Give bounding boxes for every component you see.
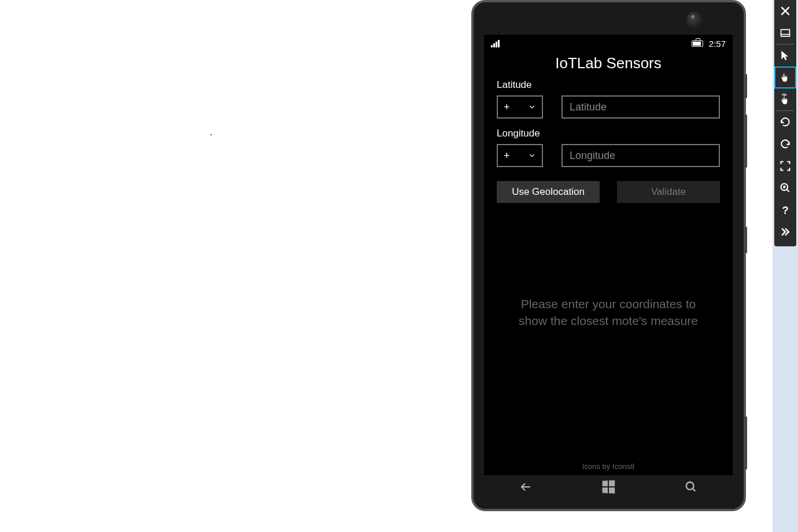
signal-icon <box>491 39 500 47</box>
phone-nav-bar <box>484 471 733 503</box>
help-icon: ? <box>779 204 791 216</box>
phone-camera <box>686 12 703 28</box>
chevron-down-icon <box>528 103 536 111</box>
svg-rect-5 <box>781 29 790 36</box>
rotate-ccw-icon <box>779 116 791 128</box>
minimize-icon <box>779 27 791 39</box>
hand-tap-icon <box>779 94 791 105</box>
phone-frame: 2:57 IoTLab Sensors Latitude + Longitude… <box>471 0 746 511</box>
zoom-button[interactable] <box>774 177 796 199</box>
phone-screen: 2:57 IoTLab Sensors Latitude + Longitude… <box>484 35 733 475</box>
longitude-sign-value: + <box>504 150 510 162</box>
longitude-label: Longitude <box>497 128 720 139</box>
app-title: IoTLab Sensors <box>484 54 733 72</box>
hint-text: Please enter your coordinates to show th… <box>497 295 720 330</box>
fit-screen-button[interactable] <box>774 155 796 177</box>
longitude-input[interactable] <box>561 144 720 167</box>
hw-button <box>744 74 747 98</box>
back-icon <box>519 480 533 494</box>
minimize-button[interactable] <box>774 22 796 44</box>
stray-dot <box>210 134 212 135</box>
rotate-left-button[interactable] <box>774 111 796 133</box>
svg-point-7 <box>784 95 785 97</box>
latitude-sign-value: + <box>504 101 510 113</box>
multi-touch-button[interactable] <box>774 88 796 110</box>
search-icon <box>685 481 697 493</box>
rotate-cw-icon <box>779 138 791 150</box>
form-area: Latitude + Longitude + Use Geolocation <box>484 72 733 330</box>
back-button[interactable] <box>518 479 534 495</box>
hw-button <box>744 227 747 253</box>
status-bar: 2:57 <box>484 35 733 52</box>
zoom-in-icon <box>779 182 791 194</box>
hand-point-icon <box>779 72 791 83</box>
search-button[interactable] <box>683 479 699 495</box>
hw-button <box>744 114 747 168</box>
svg-point-1 <box>686 482 694 490</box>
fit-screen-icon <box>779 160 791 172</box>
svg-line-2 <box>693 489 696 492</box>
validate-button[interactable]: Validate <box>617 181 720 203</box>
battery-icon <box>692 40 703 47</box>
latitude-input[interactable] <box>561 95 720 119</box>
hw-button <box>744 416 747 470</box>
single-touch-button[interactable] <box>774 66 796 88</box>
home-button[interactable] <box>600 479 616 495</box>
svg-line-9 <box>787 190 789 192</box>
windows-icon <box>603 481 615 494</box>
expand-tools-button[interactable] <box>774 221 796 243</box>
longitude-sign-select[interactable]: + <box>497 144 543 167</box>
chevron-down-icon <box>528 152 536 160</box>
emulator-toolbar: ? <box>774 0 796 246</box>
footer-credit: Icons by Icons8 <box>484 462 733 471</box>
latitude-label: Latitude <box>497 79 720 91</box>
chevrons-right-icon <box>779 226 791 238</box>
mouse-mode-button[interactable] <box>774 45 796 66</box>
latitude-sign-select[interactable]: + <box>497 95 543 119</box>
close-button[interactable] <box>774 0 796 22</box>
svg-text:?: ? <box>782 204 788 216</box>
rotate-right-button[interactable] <box>774 133 796 155</box>
status-time: 2:57 <box>709 39 726 49</box>
close-icon <box>779 5 791 17</box>
help-button[interactable]: ? <box>774 199 796 221</box>
cursor-icon <box>779 50 791 61</box>
use-geolocation-button[interactable]: Use Geolocation <box>497 181 600 203</box>
